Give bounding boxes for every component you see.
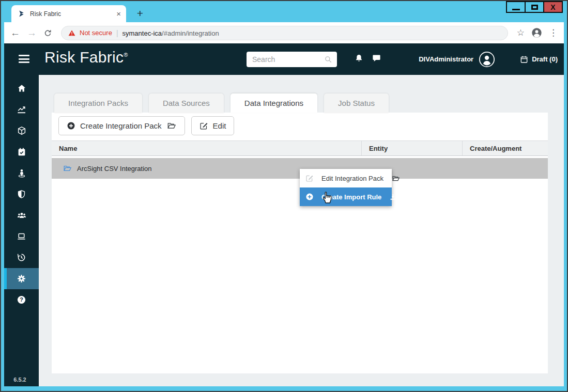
draft-label: Draft (0) [532, 55, 558, 63]
minimize-button[interactable] [506, 1, 526, 13]
tab-integration-packs[interactable]: Integration Packs [54, 93, 142, 113]
mouse-hand-cursor [320, 190, 334, 204]
bookmark-star-icon[interactable]: ☆ [517, 27, 525, 38]
sidebar: ? 6.5.2 [4, 75, 39, 386]
column-header-name[interactable]: Name [52, 141, 362, 155]
sidebar-item-analytics[interactable] [4, 99, 39, 120]
tab-close-icon[interactable]: × [116, 10, 121, 18]
tab-job-status[interactable]: Job Status [324, 93, 389, 113]
main-content: Integration Packs Data Sources Data Inte… [39, 75, 564, 386]
column-header-create-augment[interactable]: Create/Augment [463, 141, 548, 155]
create-integration-pack-button[interactable]: Create Integration Pack [58, 116, 185, 135]
help-icon: ? [17, 295, 26, 305]
messages-chat-icon[interactable] [371, 54, 382, 64]
browser-tab[interactable]: Risk Fabric × [11, 5, 126, 22]
url-path: /#admin/integration [162, 29, 219, 37]
close-button[interactable]: X [543, 1, 563, 13]
draft-calendar-icon [520, 55, 528, 64]
search-box [247, 52, 337, 67]
browser-window: Risk Fabric × + X ← → Not secure | syman… [0, 0, 568, 392]
history-icon [17, 253, 26, 262]
settings-gear-icon [17, 274, 26, 284]
edit-pencil-icon [305, 174, 314, 182]
admin-tabs: Integration Packs Data Sources Data Inte… [54, 93, 389, 113]
users-icon [17, 211, 27, 220]
app-header: Risk Fabric® DIVAdministrator [4, 43, 564, 75]
sidebar-item-events[interactable] [4, 141, 39, 162]
column-header-entity[interactable]: Entity [362, 141, 463, 155]
chart-line-icon [17, 104, 26, 114]
maximize-button[interactable] [525, 1, 544, 13]
minimize-icon [512, 9, 520, 10]
sidebar-item-assets[interactable] [4, 120, 39, 141]
sidebar-item-history[interactable] [4, 247, 39, 268]
warning-icon [68, 29, 75, 37]
user-location-icon [17, 168, 26, 178]
user-avatar-icon[interactable] [479, 51, 495, 68]
tab-data-integrations[interactable]: Data Integrations [231, 93, 317, 113]
data-integrations-panel: Create Integration Pack Edit [52, 113, 548, 373]
menu-hamburger-icon[interactable] [19, 55, 29, 63]
search-input[interactable] [252, 55, 324, 64]
forward-icon[interactable]: → [27, 27, 37, 39]
sidebar-item-users-at-risk[interactable] [4, 162, 39, 183]
panel-actions: Create Integration Pack Edit [52, 113, 548, 135]
registered-mark: ® [124, 52, 128, 58]
address-separator: | [116, 29, 118, 37]
edit-pencil-icon [199, 121, 208, 130]
sidebar-item-groups[interactable] [4, 205, 39, 226]
sidebar-item-help[interactable]: ? [4, 289, 39, 310]
url-domain: symantec-ica [122, 29, 162, 37]
svg-text:?: ? [20, 296, 23, 303]
laptop-icon [17, 232, 26, 241]
browser-toolbar: ← → Not secure | symantec-ica/#admin/int… [4, 22, 564, 43]
folder-open-icon [391, 175, 401, 182]
profile-icon[interactable] [531, 27, 542, 38]
plus-circle-icon [67, 121, 75, 130]
page-url: symantec-ica/#admin/integration [122, 28, 219, 38]
folder-open-icon [166, 121, 177, 130]
shield-icon [17, 190, 26, 199]
notifications-bell-icon[interactable] [354, 53, 364, 64]
search-icon[interactable] [324, 55, 332, 64]
folder-open-icon [63, 164, 72, 173]
address-bar[interactable]: Not secure | symantec-ica/#admin/integra… [61, 26, 508, 40]
sidebar-item-home[interactable] [4, 77, 39, 99]
browser-menu-icon[interactable]: ⋮ [549, 27, 558, 38]
refresh-icon[interactable] [43, 28, 52, 37]
back-icon[interactable]: ← [10, 27, 20, 39]
maximize-icon [531, 5, 538, 10]
browser-titlebar: Risk Fabric × + X [1, 1, 567, 22]
header-user-area: DIVAdministrator Draft (0) [419, 43, 558, 75]
risk-fabric-favicon [18, 10, 25, 18]
sidebar-item-security[interactable] [4, 183, 39, 205]
app-version: 6.5.2 [4, 377, 36, 383]
context-menu-item-create-import-rule[interactable]: Create Import Rule [300, 187, 392, 206]
sidebar-item-settings[interactable] [4, 268, 39, 289]
sidebar-item-endpoints[interactable] [4, 226, 39, 247]
tab-title: Risk Fabric [30, 10, 112, 18]
not-secure-label: Not secure [80, 29, 112, 37]
table-header: Name Entity Create/Augment [52, 140, 548, 156]
cube-icon [17, 126, 26, 135]
window-controls: X [507, 1, 563, 13]
username-label[interactable]: DIVAdministrator [419, 55, 473, 63]
calendar-check-icon [17, 147, 26, 156]
risk-fabric-app: Risk Fabric® DIVAdministrator [4, 43, 564, 386]
app-body: ? 6.5.2 Integration Packs Data Sources D… [4, 75, 564, 386]
home-icon [17, 84, 26, 93]
import-download-icon [389, 193, 397, 201]
tab-data-sources[interactable]: Data Sources [149, 93, 224, 113]
app-logo: Risk Fabric® [44, 49, 128, 66]
row-context-menu: Edit Integration Pack Create Import Rule [300, 169, 392, 206]
plus-circle-icon [305, 193, 314, 201]
new-tab-button[interactable]: + [132, 6, 148, 21]
draft-area[interactable]: Draft (0) [520, 55, 558, 64]
edit-button[interactable]: Edit [191, 116, 235, 135]
context-menu-item-edit-integration-pack[interactable]: Edit Integration Pack [300, 169, 392, 187]
